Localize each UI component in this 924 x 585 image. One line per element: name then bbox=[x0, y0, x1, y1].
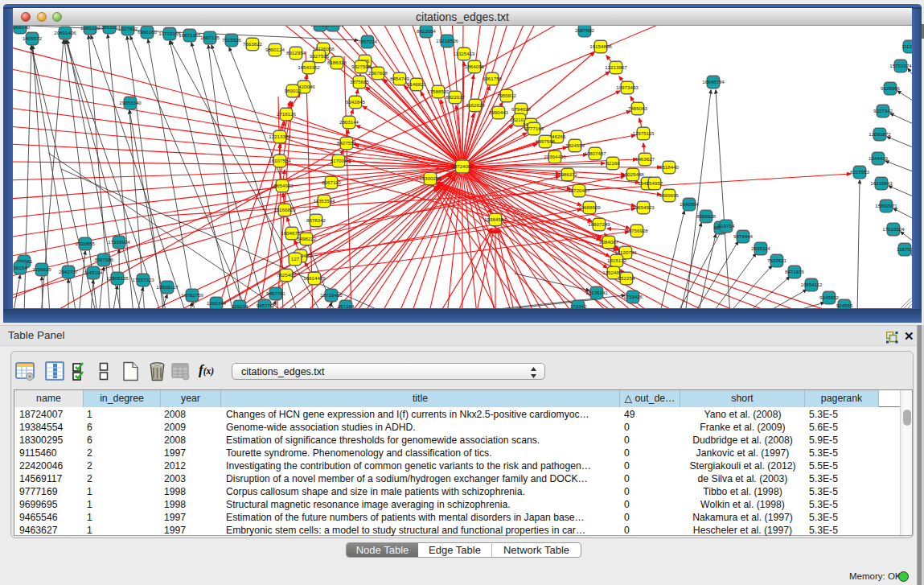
svg-text:19166829: 19166829 bbox=[273, 207, 296, 212]
svg-text:2069140: 2069140 bbox=[13, 26, 31, 30]
svg-text:62160: 62160 bbox=[606, 160, 620, 166]
svg-text:1864096: 1864096 bbox=[465, 64, 485, 69]
svg-text:9860124: 9860124 bbox=[265, 47, 285, 52]
svg-text:12905135: 12905135 bbox=[106, 275, 129, 281]
svg-text:15692971: 15692971 bbox=[875, 203, 897, 208]
svg-text:9474444: 9474444 bbox=[733, 233, 754, 239]
svg-text:16107554: 16107554 bbox=[269, 158, 291, 163]
svg-text:8186328: 8186328 bbox=[327, 60, 347, 65]
svg-text:3824554: 3824554 bbox=[565, 142, 585, 148]
svg-text:2942737: 2942737 bbox=[59, 269, 79, 274]
svg-text:20364436: 20364436 bbox=[544, 154, 566, 159]
svg-text:16671355: 16671355 bbox=[179, 32, 201, 38]
svg-text:9245652: 9245652 bbox=[819, 295, 840, 300]
svg-text:9129966: 9129966 bbox=[881, 85, 901, 91]
svg-text:15716485: 15716485 bbox=[320, 292, 343, 298]
svg-text:8912954: 8912954 bbox=[286, 50, 306, 56]
svg-text:8813054: 8813054 bbox=[417, 28, 437, 34]
svg-text:154957: 154957 bbox=[647, 180, 663, 186]
svg-text:2803144: 2803144 bbox=[339, 119, 359, 125]
svg-text:9518440: 9518440 bbox=[659, 164, 680, 170]
svg-text:10654112: 10654112 bbox=[800, 282, 823, 287]
svg-text:989012: 989012 bbox=[285, 88, 302, 93]
svg-text:18807249: 18807249 bbox=[588, 221, 610, 227]
svg-text:1405572: 1405572 bbox=[23, 35, 43, 41]
svg-text:10958107: 10958107 bbox=[156, 284, 179, 290]
svg-text:10973493: 10973493 bbox=[616, 84, 639, 90]
svg-text:17357223: 17357223 bbox=[132, 277, 154, 282]
svg-text:6794028: 6794028 bbox=[511, 106, 532, 112]
svg-text:945779: 945779 bbox=[257, 303, 273, 308]
svg-text:7625402: 7625402 bbox=[277, 272, 297, 278]
svg-text:1527602: 1527602 bbox=[118, 26, 138, 31]
svg-text:1244419: 1244419 bbox=[869, 155, 889, 161]
svg-text:16648784: 16648784 bbox=[702, 79, 725, 84]
svg-text:16543362: 16543362 bbox=[298, 64, 320, 70]
svg-text:2367608: 2367608 bbox=[368, 70, 388, 76]
svg-text:15751074: 15751074 bbox=[889, 63, 912, 68]
svg-text:9777169: 9777169 bbox=[524, 126, 544, 131]
svg-text:7485063: 7485063 bbox=[628, 105, 648, 111]
svg-text:12975115: 12975115 bbox=[632, 130, 655, 136]
svg-text:9699695: 9699695 bbox=[659, 192, 680, 198]
svg-text:7986372: 7986372 bbox=[558, 171, 578, 177]
svg-text:9457791: 9457791 bbox=[266, 290, 286, 296]
svg-text:12093872: 12093872 bbox=[869, 131, 891, 137]
svg-text:12213382: 12213382 bbox=[269, 134, 291, 139]
svg-text:39154: 39154 bbox=[13, 265, 27, 270]
svg-text:16914479: 16914479 bbox=[303, 275, 326, 281]
svg-text:116753: 116753 bbox=[897, 246, 912, 252]
svg-text:11353594: 11353594 bbox=[313, 198, 335, 204]
svg-text:1615132: 1615132 bbox=[607, 257, 627, 263]
svg-text:11325419: 11325419 bbox=[453, 51, 475, 56]
svg-text:17588520: 17588520 bbox=[427, 89, 450, 94]
svg-text:9327506: 9327506 bbox=[310, 53, 330, 59]
svg-text:7663822: 7663822 bbox=[243, 41, 263, 47]
svg-text:8427552: 8427552 bbox=[337, 140, 357, 146]
svg-text:8267110: 8267110 bbox=[322, 179, 341, 185]
svg-text:127: 127 bbox=[291, 256, 300, 262]
svg-text:8678342: 8678342 bbox=[306, 217, 326, 223]
svg-text:10688609: 10688609 bbox=[578, 204, 601, 210]
svg-text:16033809: 16033809 bbox=[322, 26, 344, 27]
svg-text:10025488: 10025488 bbox=[622, 171, 644, 177]
svg-text:8454749: 8454749 bbox=[390, 76, 410, 81]
svg-text:16782759: 16782759 bbox=[181, 292, 203, 298]
svg-text:8471676: 8471676 bbox=[785, 269, 805, 274]
svg-text:1733426: 1733426 bbox=[623, 294, 643, 299]
svg-text:29053340: 29053340 bbox=[119, 100, 142, 105]
svg-text:9463627: 9463627 bbox=[635, 156, 655, 162]
svg-text:129234: 129234 bbox=[232, 303, 248, 308]
svg-text:3875685: 3875685 bbox=[350, 79, 370, 84]
svg-text:1292344: 1292344 bbox=[207, 300, 227, 306]
svg-text:10719155: 10719155 bbox=[158, 31, 181, 36]
svg-text:1085326: 1085326 bbox=[80, 26, 101, 31]
svg-text:924565: 924565 bbox=[836, 303, 853, 308]
svg-text:1667135: 1667135 bbox=[200, 35, 220, 40]
svg-text:19384554: 19384554 bbox=[484, 216, 507, 222]
svg-text:157164: 157164 bbox=[338, 303, 355, 308]
svg-text:9084067: 9084067 bbox=[599, 239, 619, 245]
svg-text:16154808: 16154808 bbox=[589, 43, 612, 49]
svg-text:317004: 317004 bbox=[331, 158, 347, 163]
svg-text:2087682: 2087682 bbox=[575, 27, 595, 33]
svg-text:8990443: 8990443 bbox=[489, 109, 509, 115]
svg-text:6961758: 6961758 bbox=[483, 76, 503, 81]
svg-text:16210643: 16210643 bbox=[870, 180, 893, 186]
svg-text:5498222: 5498222 bbox=[297, 236, 317, 241]
svg-text:2718126: 2718126 bbox=[277, 111, 297, 117]
svg-text:7515526: 7515526 bbox=[222, 37, 242, 43]
svg-text:10807487: 10807487 bbox=[584, 150, 606, 156]
svg-text:2020655: 2020655 bbox=[76, 241, 96, 246]
svg-text:9146821: 9146821 bbox=[407, 81, 427, 87]
svg-text:18300295: 18300295 bbox=[419, 175, 441, 181]
svg-text:1156829: 1156829 bbox=[32, 266, 51, 272]
svg-text:9227342: 9227342 bbox=[873, 108, 893, 113]
svg-text:8822037: 8822037 bbox=[446, 94, 466, 100]
svg-text:7632621: 7632621 bbox=[767, 257, 787, 263]
svg-text:19654923: 19654923 bbox=[271, 183, 294, 188]
svg-text:1640954: 1640954 bbox=[680, 201, 700, 207]
svg-text:1162629: 1162629 bbox=[466, 102, 485, 108]
svg-text:19756928: 19756928 bbox=[626, 228, 648, 233]
svg-text:12213967: 12213967 bbox=[605, 64, 627, 70]
